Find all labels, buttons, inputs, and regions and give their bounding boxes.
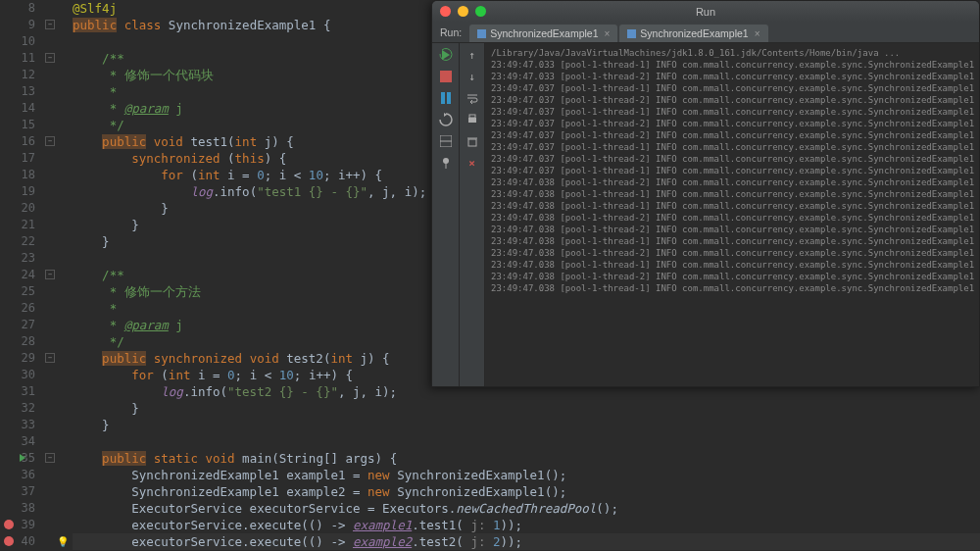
line-number[interactable]: 13 [0,83,41,100]
pin-icon[interactable] [438,155,454,171]
line-number[interactable]: 16 [0,133,41,150]
run-config-tab[interactable]: SynchronizedExample1× [619,25,767,42]
fold-toggle-icon[interactable]: − [45,136,55,146]
line-number[interactable]: 29 [0,350,41,367]
window-controls[interactable] [440,6,486,17]
line-number[interactable]: 11 [0,50,41,67]
code-line[interactable]: executorService.execute(() -> example1.t… [73,517,980,533]
stop-icon[interactable] [438,69,454,84]
console-log-line: 23:49:47.038 [pool-1-thread-2] INFO com.… [491,271,973,282]
line-number[interactable]: 37 [0,483,41,500]
run-tool-window[interactable]: Run Run: SynchronizedExample1×Synchroniz… [431,0,980,387]
close-tab-icon[interactable]: × [755,28,760,39]
line-number[interactable]: 23 [0,250,41,267]
line-number[interactable]: 38 [0,500,41,517]
minimize-window-button[interactable] [458,6,468,17]
breakpoint-icon[interactable] [4,536,14,546]
line-number-gutter: 8910111213141516171819202122232425262728… [0,0,41,551]
console-log-line: 23:49:47.038 [pool-1-thread-1] INFO com.… [491,235,973,247]
svg-rect-10 [469,115,475,118]
line-number[interactable]: 26 [0,300,41,317]
console-log-line: 23:49:47.038 [pool-1-thread-2] INFO com.… [491,212,973,224]
code-line[interactable]: executorService.execute(() -> example2.t… [73,533,980,550]
line-number[interactable]: 31 [0,383,41,400]
console-log-line: 23:49:47.037 [pool-1-thread-2] INFO com.… [491,129,973,141]
line-number[interactable]: 33 [0,417,41,433]
console-output[interactable]: /Library/Java/JavaVirtualMachines/jdk1.8… [485,43,979,386]
breakpoint-icon[interactable] [4,520,14,529]
layout-icon[interactable] [438,133,454,149]
close-window-button[interactable] [440,6,451,17]
code-line[interactable]: } [73,400,980,417]
up-icon[interactable]: ↑ [465,47,480,63]
console-log-line: 23:49:47.038 [pool-1-thread-1] INFO com.… [491,282,973,294]
line-number[interactable]: 22 [0,233,41,250]
console-log-line: 23:49:47.038 [pool-1-thread-2] INFO com.… [491,247,973,259]
line-number[interactable]: 25 [0,283,41,300]
console-log-line: 23:49:47.038 [pool-1-thread-2] INFO com.… [491,176,973,188]
svg-rect-9 [468,118,476,123]
run-body: ↑↓× /Library/Java/JavaVirtualMachines/jd… [432,43,979,386]
fold-toggle-icon[interactable]: − [45,20,55,29]
console-log-line: 23:49:47.038 [pool-1-thread-2] INFO com.… [491,224,973,235]
line-number[interactable]: 36 [0,467,41,483]
fold-toggle-icon[interactable]: − [45,353,55,363]
line-number[interactable]: 17 [0,150,41,167]
line-number[interactable]: 18 [0,167,41,183]
line-number[interactable]: 12 [0,67,41,83]
maximize-window-button[interactable] [475,6,486,17]
fold-toggle-icon[interactable]: − [45,453,55,463]
code-line[interactable] [73,433,980,450]
code-line[interactable]: public static void main(String[] args) { [73,450,980,467]
fold-toggle-icon[interactable]: − [45,270,55,279]
line-number[interactable]: 20 [0,200,41,217]
restart-icon[interactable] [438,112,454,127]
line-number[interactable]: 24 [0,267,41,283]
run-config-tab[interactable]: SynchronizedExample1× [469,25,617,42]
code-line[interactable]: SynchronizedExample1 example1 = new Sync… [73,467,980,483]
clear-icon[interactable] [465,133,480,149]
print-icon[interactable] [465,112,480,127]
console-log-line: 23:49:47.037 [pool-1-thread-1] INFO com.… [491,106,973,118]
line-number[interactable]: 14 [0,100,41,117]
run-toolbar-left[interactable] [432,43,460,386]
console-command-line: /Library/Java/JavaVirtualMachines/jdk1.8… [491,47,973,59]
gutter-icons: −−−−−− [41,0,69,551]
down-icon[interactable]: ↓ [465,69,480,84]
line-number[interactable]: 10 [0,33,41,50]
svg-rect-4 [447,92,451,104]
fold-toggle-icon[interactable]: − [45,53,55,63]
code-line[interactable]: } [73,417,980,433]
console-log-line: 23:49:47.037 [pool-1-thread-2] INFO com.… [491,153,973,165]
line-number[interactable]: 15 [0,117,41,133]
code-line[interactable]: SynchronizedExample1 example2 = new Sync… [73,483,980,500]
line-number[interactable]: 34 [0,433,41,450]
close-icon[interactable]: × [465,155,480,171]
wrap-icon[interactable] [465,90,480,106]
close-tab-icon[interactable]: × [605,28,611,39]
code-line[interactable]: ExecutorService executorService = Execut… [73,500,980,517]
line-number[interactable]: 28 [0,333,41,350]
line-number[interactable]: 21 [0,217,41,233]
line-number[interactable]: 8 [0,0,41,17]
run-tabs-bar[interactable]: Run: SynchronizedExample1×SynchronizedEx… [432,22,979,43]
console-log-line: 23:49:47.037 [pool-1-thread-1] INFO com.… [491,82,973,94]
run-tab-label: SynchronizedExample1 [640,27,748,39]
run-toolbar-left2[interactable]: ↑↓× [460,43,485,386]
run-gutter-icon[interactable] [20,454,25,462]
window-title: Run [432,6,979,18]
intention-bulb-icon[interactable]: 💡 [57,536,67,546]
line-number[interactable]: 19 [0,183,41,200]
line-number[interactable]: 9 [0,17,41,33]
svg-rect-0 [477,29,486,38]
svg-rect-11 [468,139,476,146]
pause-icon[interactable] [438,90,454,106]
line-number[interactable]: 32 [0,400,41,417]
console-log-line: 23:49:47.033 [pool-1-thread-2] INFO com.… [491,71,973,82]
line-number[interactable]: 27 [0,317,41,333]
console-log-line: 23:49:47.037 [pool-1-thread-2] INFO com.… [491,118,973,129]
window-titlebar[interactable]: Run [432,1,979,22]
console-log-line: 23:49:47.037 [pool-1-thread-1] INFO com.… [491,165,973,176]
line-number[interactable]: 30 [0,367,41,383]
rerun-icon[interactable] [438,47,454,63]
